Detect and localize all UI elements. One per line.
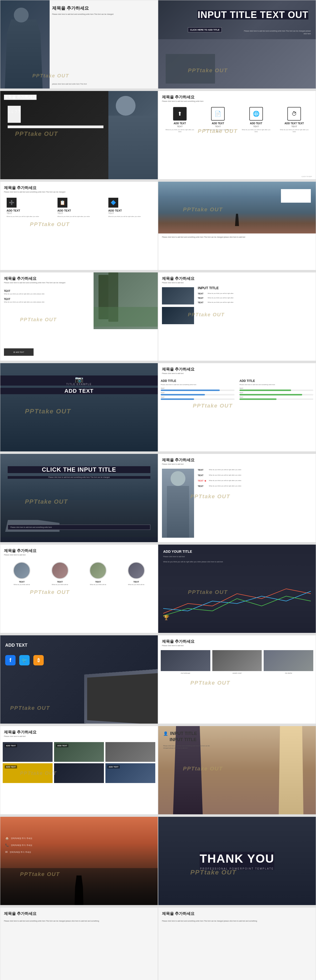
slide-1l-content: 제목을 추가하세요 Please click here to add text … — [52, 5, 155, 16]
slide-5-left: 📷 TITLE EXAMPLE ADD TEXT PPTtake OUT — [0, 363, 158, 452]
portrait-3: TEXT What do you think will do — [83, 562, 113, 585]
slide-3r-body: Please click here to add text and someth… — [162, 236, 312, 239]
portrait-desc-4: What do you think will do — [121, 584, 151, 585]
icon-item-3: 🌐 ADD TEXT TEXT What do you think you wi… — [240, 107, 272, 133]
portrait-4: TEXT What do you think will do — [121, 562, 151, 585]
slide-2-right: 제목을 추가하세요 Please click here to add text … — [158, 91, 316, 180]
thank-you-subtitle: PROFESSIONAL POWERPOINT TEMPLATE — [200, 867, 274, 870]
trophy-icon: 🏆 — [163, 615, 169, 620]
bar-row-4: TEXT — [239, 388, 313, 391]
watermark-6r: PPTtake OUT — [190, 493, 230, 500]
card-label-6: ADD TEXT — [107, 765, 120, 768]
icon-box-2: 📄 — [211, 107, 225, 121]
text-item-r1: TEXT What do you think you will do right… — [198, 469, 313, 471]
slide-row-10: 🏠 연락처/매장 주가 주세요 📞 연락처/매장 주가 주세요 ✉ 연락처/매장… — [0, 816, 316, 905]
slide-4r-title: 제목을 추가하세요 — [162, 276, 195, 281]
slide-9r-input-title1: INPUT TITLE — [170, 731, 197, 736]
slide-row-8: ADD TEXT f 🐦 ₿ PPTtake OUT 제목을 추가하세요 Ple… — [0, 635, 316, 724]
bar-fill-5 — [239, 394, 302, 395]
figure-head — [171, 471, 185, 486]
col-item-2: 📋 ADD TEXT TEXT What do you think you wi… — [57, 198, 101, 218]
col-add-text-1: ADD TEXT — [7, 209, 50, 212]
palm-ground — [94, 307, 158, 327]
bar-row-2: TEXT — [161, 392, 235, 395]
slide-11-right: 제목을 추가하세요 Please click here to add text … — [158, 907, 316, 980]
icon-text-1: TEXT — [164, 125, 196, 128]
gap-9 — [0, 815, 316, 816]
col-add-text-2: ADD TEXT — [57, 209, 101, 212]
slide-9l-title: 제목을 추가하세요 — [4, 730, 37, 735]
card-label-2: ADD TEXT — [56, 744, 69, 747]
card-bg-3 — [105, 742, 155, 762]
slide-2r-subtitle: Please click here to add text and someth… — [162, 100, 203, 102]
img-item-3: city skyline — [264, 650, 313, 674]
thank-you-text: THANK YOU — [200, 852, 274, 865]
bar-fill-3 — [161, 398, 194, 400]
gap-2 — [0, 180, 316, 181]
person2-body — [109, 116, 158, 179]
slide-6l-text-box: Please click here to add text and someth… — [8, 525, 150, 530]
slide-4l-bottom-icon: 🗓 ADD TEXT — [4, 348, 34, 356]
list-item-2: TEXT What do you think you will do right… — [4, 298, 53, 303]
icon-add-text-2: ADD TEXT — [202, 122, 234, 125]
icon-add-text-1: ADD TEXT — [164, 122, 196, 125]
slide-1r-click-here[interactable]: CLICK HERE TO ADD TITLE — [188, 27, 222, 32]
card-1: ADD TEXT — [3, 742, 53, 762]
avatar-2 — [51, 562, 69, 579]
bar-row-3: TEXT — [161, 396, 235, 400]
text-item-r3-label: TEXT ◀ — [198, 479, 209, 482]
text-row-desc-3: What do you think you will do right afte… — [207, 301, 233, 303]
slide-6l-sub-text: Please click here to add text and someth… — [8, 476, 150, 479]
add-title-1: ADD TITLE — [161, 379, 235, 383]
slide-row-11: 제목을 추가하세요 Please click here to add text … — [0, 907, 316, 980]
portrait-1: TEXT What do you think will do — [7, 562, 37, 585]
text-item-r3: TEXT ◀ What do you think you will do rig… — [198, 479, 313, 482]
bar-row-5: TEXT — [239, 392, 313, 395]
icon-box-3: 🌐 — [249, 107, 263, 121]
bar-bg-5 — [239, 394, 313, 395]
slide-3r-input-title: INPUT TITLE — [281, 197, 311, 203]
cards-grid: ADD TEXT ADD TEXT ADD TEXT — [3, 742, 155, 783]
slide-7-right: ADD YOUR TITLE Please click here to add … — [158, 544, 316, 633]
slide-6r-text-items: TEXT What do you think you will do right… — [198, 469, 313, 487]
quote-mark: “” — [8, 106, 21, 123]
gap-6 — [0, 542, 316, 544]
bar-row-1: TEXT — [161, 388, 235, 391]
img-label-2: people crowd — [212, 672, 262, 674]
slide-6-right: 제목을 추가하세요 Please click here to add text … — [158, 453, 316, 542]
slide-7r-graph — [163, 582, 311, 623]
col-icon-2: 📋 — [57, 198, 67, 208]
list-label-1: TEXT — [4, 290, 53, 293]
slide-8l-add-text-block: ADD TEXT — [5, 643, 27, 648]
slide-4-left: 제목을 추가하세요 Please click here to add text … — [0, 272, 158, 361]
bar-label-4: TEXT — [239, 388, 313, 389]
slide-3l-subtitle: Please click here to add text and someth… — [4, 191, 154, 193]
watermark-7l: PPTtake OUT — [30, 589, 70, 595]
slide-8-right: 제목을 추가하세요 Please click here to add text … — [158, 635, 316, 724]
slide-5r-cols: ADD TITLE Please click here to add text … — [161, 379, 313, 401]
slide-row-2: 제목을 추가하세요 “” Please click here to add te… — [0, 91, 316, 180]
slide-6l-click-title[interactable]: CLICK THE INPUT TITLE — [8, 466, 150, 473]
watermark-3l: PPTtake OUT — [30, 221, 70, 228]
social-icons-row: f 🐦 ₿ — [5, 655, 44, 665]
laptop-img — [84, 668, 158, 724]
contact-item-1: 🏠 연락처/매장 주가 주세요 — [5, 837, 153, 840]
card-6: ADD TEXT — [105, 763, 155, 783]
slide-11l-content: Please click here to add text and someth… — [4, 920, 154, 923]
slide-8r-title: 제목을 추가하세요 — [162, 639, 195, 644]
figure-body — [167, 486, 189, 538]
icon-item-1: ⬆ ADD TEXT TEXT What do you think you wi… — [164, 107, 196, 133]
contact-text-1: 연락처/매장 주가 주세요 — [11, 837, 32, 840]
twitter-icon: 🐦 — [19, 655, 30, 665]
list-item-1: TEXT What do you think you will do right… — [4, 290, 53, 295]
slide-row-5: 📷 TITLE EXAMPLE ADD TEXT PPTtake OUT 제목을… — [0, 363, 316, 452]
contact-text-3: 연락처/매장 주가 주세요 — [10, 851, 31, 854]
slide-9-left: 제목을 추가하세요 Please click here to add text … — [0, 726, 158, 815]
text-row-label-1: TEXT — [198, 293, 207, 295]
text-item-r2: TEXT What do you think you will do right… — [198, 474, 313, 477]
watermark-8r: PPTtake OUT — [190, 680, 230, 686]
slide-4r-img2 — [162, 307, 194, 324]
avatar-4 — [128, 562, 145, 579]
list-desc-1: What do you think you will do right afte… — [4, 293, 53, 295]
slide-7r-add-title: ADD YOUR TITLE — [163, 550, 192, 554]
